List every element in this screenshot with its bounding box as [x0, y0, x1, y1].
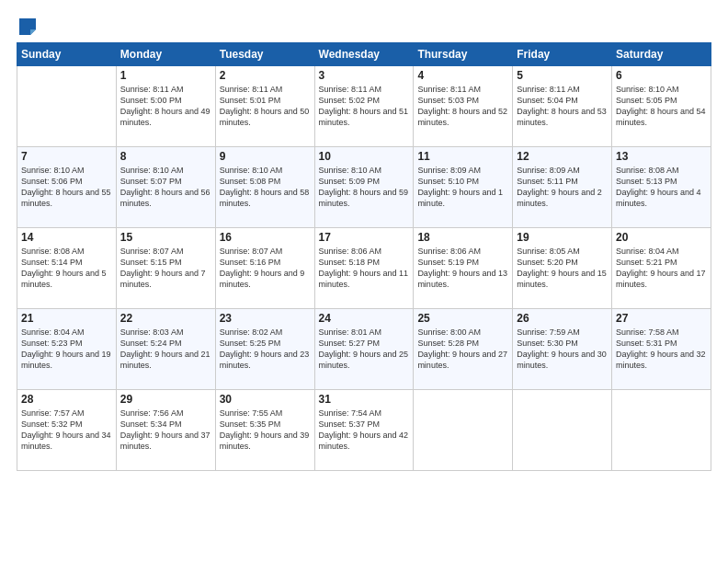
- day-number: 5: [517, 69, 608, 82]
- calendar-cell: 1Sunrise: 8:11 AMSunset: 5:00 PMDaylight…: [116, 66, 215, 147]
- calendar-cell: 31Sunrise: 7:54 AMSunset: 5:37 PMDayligh…: [314, 390, 414, 471]
- week-row-0: 1Sunrise: 8:11 AMSunset: 5:00 PMDaylight…: [17, 66, 711, 147]
- day-number: 8: [120, 150, 211, 163]
- day-info: Sunrise: 8:05 AMSunset: 5:20 PMDaylight:…: [517, 246, 608, 291]
- calendar-cell: 24Sunrise: 8:01 AMSunset: 5:27 PMDayligh…: [314, 309, 414, 390]
- calendar-cell: 14Sunrise: 8:08 AMSunset: 5:14 PMDayligh…: [17, 228, 117, 309]
- day-number: 30: [220, 393, 311, 406]
- svg-marker-0: [19, 18, 36, 35]
- calendar-cell: 23Sunrise: 8:02 AMSunset: 5:25 PMDayligh…: [215, 309, 314, 390]
- header-monday: Monday: [116, 43, 215, 66]
- day-info: Sunrise: 8:10 AMSunset: 5:07 PMDaylight:…: [120, 165, 211, 210]
- day-info: Sunrise: 8:03 AMSunset: 5:24 PMDaylight:…: [120, 327, 211, 372]
- day-number: 13: [616, 150, 707, 163]
- day-info: Sunrise: 7:56 AMSunset: 5:34 PMDaylight:…: [120, 408, 211, 453]
- week-row-2: 14Sunrise: 8:08 AMSunset: 5:14 PMDayligh…: [17, 228, 711, 309]
- day-info: Sunrise: 7:54 AMSunset: 5:37 PMDaylight:…: [319, 408, 410, 453]
- calendar-cell: 17Sunrise: 8:06 AMSunset: 5:18 PMDayligh…: [314, 228, 414, 309]
- header-sunday: Sunday: [17, 43, 117, 66]
- day-number: 22: [120, 312, 211, 325]
- day-info: Sunrise: 8:10 AMSunset: 5:05 PMDaylight:…: [616, 84, 707, 129]
- calendar-cell: 12Sunrise: 8:09 AMSunset: 5:11 PMDayligh…: [513, 147, 612, 228]
- day-info: Sunrise: 7:59 AMSunset: 5:30 PMDaylight:…: [517, 327, 608, 372]
- day-info: Sunrise: 8:11 AMSunset: 5:03 PMDaylight:…: [417, 84, 508, 129]
- day-info: Sunrise: 8:06 AMSunset: 5:19 PMDaylight:…: [417, 246, 508, 291]
- day-info: Sunrise: 8:01 AMSunset: 5:27 PMDaylight:…: [319, 327, 410, 372]
- day-number: 18: [417, 231, 508, 244]
- calendar-cell: 9Sunrise: 8:10 AMSunset: 5:08 PMDaylight…: [215, 147, 314, 228]
- day-info: Sunrise: 8:07 AMSunset: 5:16 PMDaylight:…: [220, 246, 311, 291]
- calendar-cell: 22Sunrise: 8:03 AMSunset: 5:24 PMDayligh…: [116, 309, 215, 390]
- calendar-cell: 25Sunrise: 8:00 AMSunset: 5:28 PMDayligh…: [414, 309, 513, 390]
- day-number: 15: [120, 231, 211, 244]
- calendar-cell: 10Sunrise: 8:10 AMSunset: 5:09 PMDayligh…: [314, 147, 414, 228]
- calendar-cell: 6Sunrise: 8:10 AMSunset: 5:05 PMDaylight…: [612, 66, 711, 147]
- calendar-cell: 8Sunrise: 8:10 AMSunset: 5:07 PMDaylight…: [116, 147, 215, 228]
- calendar-cell: 5Sunrise: 8:11 AMSunset: 5:04 PMDaylight…: [513, 66, 612, 147]
- header-saturday: Saturday: [612, 43, 711, 66]
- day-number: 25: [417, 312, 508, 325]
- day-number: 12: [517, 150, 608, 163]
- day-info: Sunrise: 8:06 AMSunset: 5:18 PMDaylight:…: [319, 246, 410, 291]
- day-info: Sunrise: 8:08 AMSunset: 5:13 PMDaylight:…: [616, 165, 707, 210]
- week-row-3: 21Sunrise: 8:04 AMSunset: 5:23 PMDayligh…: [17, 309, 711, 390]
- day-info: Sunrise: 8:04 AMSunset: 5:21 PMDaylight:…: [616, 246, 707, 291]
- day-number: 2: [220, 69, 311, 82]
- day-number: 31: [319, 393, 410, 406]
- day-info: Sunrise: 8:10 AMSunset: 5:09 PMDaylight:…: [319, 165, 410, 210]
- calendar-cell: 19Sunrise: 8:05 AMSunset: 5:20 PMDayligh…: [513, 228, 612, 309]
- day-number: 29: [120, 393, 211, 406]
- day-info: Sunrise: 8:09 AMSunset: 5:10 PMDaylight:…: [417, 165, 508, 210]
- day-number: 24: [319, 312, 410, 325]
- day-number: 9: [220, 150, 311, 163]
- header-wednesday: Wednesday: [314, 43, 414, 66]
- page: SundayMondayTuesdayWednesdayThursdayFrid…: [0, 0, 728, 563]
- day-info: Sunrise: 8:11 AMSunset: 5:00 PMDaylight:…: [120, 84, 211, 129]
- calendar-cell: 21Sunrise: 8:04 AMSunset: 5:23 PMDayligh…: [17, 309, 117, 390]
- header: [17, 17, 711, 33]
- calendar-cell: 29Sunrise: 7:56 AMSunset: 5:34 PMDayligh…: [116, 390, 215, 471]
- svg-marker-1: [30, 29, 36, 35]
- day-info: Sunrise: 8:07 AMSunset: 5:15 PMDaylight:…: [120, 246, 211, 291]
- day-number: 11: [417, 150, 508, 163]
- day-number: 28: [21, 393, 112, 406]
- day-info: Sunrise: 7:57 AMSunset: 5:32 PMDaylight:…: [21, 408, 112, 453]
- logo-text: [17, 17, 39, 37]
- header-friday: Friday: [513, 43, 612, 66]
- day-number: 16: [220, 231, 311, 244]
- day-number: 6: [616, 69, 707, 82]
- day-info: Sunrise: 8:00 AMSunset: 5:28 PMDaylight:…: [417, 327, 508, 372]
- day-info: Sunrise: 8:11 AMSunset: 5:01 PMDaylight:…: [220, 84, 311, 129]
- day-number: 3: [319, 69, 410, 82]
- day-number: 17: [319, 231, 410, 244]
- day-info: Sunrise: 8:08 AMSunset: 5:14 PMDaylight:…: [21, 246, 112, 291]
- day-number: 27: [616, 312, 707, 325]
- day-number: 20: [616, 231, 707, 244]
- calendar-cell: 15Sunrise: 8:07 AMSunset: 5:15 PMDayligh…: [116, 228, 215, 309]
- calendar-cell: 30Sunrise: 7:55 AMSunset: 5:35 PMDayligh…: [215, 390, 314, 471]
- calendar-cell: 20Sunrise: 8:04 AMSunset: 5:21 PMDayligh…: [612, 228, 711, 309]
- day-number: 19: [517, 231, 608, 244]
- calendar-cell: 13Sunrise: 8:08 AMSunset: 5:13 PMDayligh…: [612, 147, 711, 228]
- day-number: 7: [21, 150, 112, 163]
- day-number: 23: [220, 312, 311, 325]
- day-info: Sunrise: 7:55 AMSunset: 5:35 PMDaylight:…: [220, 408, 311, 453]
- day-number: 21: [21, 312, 112, 325]
- calendar-cell: 26Sunrise: 7:59 AMSunset: 5:30 PMDayligh…: [513, 309, 612, 390]
- calendar-cell: [414, 390, 513, 471]
- calendar-cell: 2Sunrise: 8:11 AMSunset: 5:01 PMDaylight…: [215, 66, 314, 147]
- day-number: 26: [517, 312, 608, 325]
- calendar-cell: 16Sunrise: 8:07 AMSunset: 5:16 PMDayligh…: [215, 228, 314, 309]
- calendar-cell: 4Sunrise: 8:11 AMSunset: 5:03 PMDaylight…: [414, 66, 513, 147]
- calendar-cell: [513, 390, 612, 471]
- calendar-cell: 27Sunrise: 7:58 AMSunset: 5:31 PMDayligh…: [612, 309, 711, 390]
- day-info: Sunrise: 8:11 AMSunset: 5:02 PMDaylight:…: [319, 84, 410, 129]
- day-info: Sunrise: 8:10 AMSunset: 5:08 PMDaylight:…: [220, 165, 311, 210]
- calendar-cell: [612, 390, 711, 471]
- calendar-cell: 11Sunrise: 8:09 AMSunset: 5:10 PMDayligh…: [414, 147, 513, 228]
- day-info: Sunrise: 7:58 AMSunset: 5:31 PMDaylight:…: [616, 327, 707, 372]
- day-number: 10: [319, 150, 410, 163]
- calendar-cell: 3Sunrise: 8:11 AMSunset: 5:02 PMDaylight…: [314, 66, 414, 147]
- day-info: Sunrise: 8:09 AMSunset: 5:11 PMDaylight:…: [517, 165, 608, 210]
- calendar-cell: 18Sunrise: 8:06 AMSunset: 5:19 PMDayligh…: [414, 228, 513, 309]
